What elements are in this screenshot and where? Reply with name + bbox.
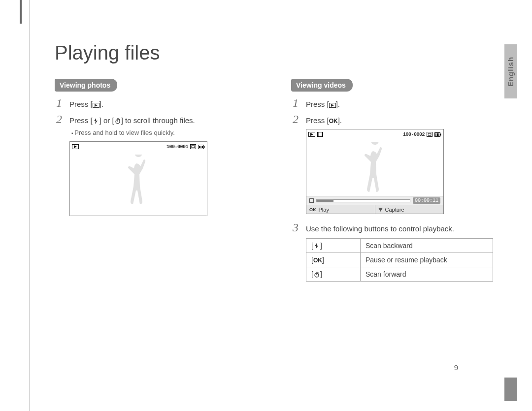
- video-file-icon: [317, 132, 323, 137]
- battery-icon: [434, 132, 441, 137]
- svg-rect-6: [204, 146, 205, 148]
- svg-rect-19: [435, 133, 436, 136]
- table-row: [] Scan forward: [306, 267, 493, 282]
- ok-label: OK: [309, 207, 316, 212]
- svg-rect-21: [438, 133, 439, 136]
- lcd-body: [306, 139, 443, 196]
- bottom-label-capture: Capture: [385, 207, 404, 213]
- svg-rect-3: [191, 145, 196, 149]
- text-fragment: Press [: [69, 116, 93, 125]
- bottom-label-play: Play: [319, 207, 329, 213]
- table-row: [OK] Pause or resume playback: [306, 253, 493, 267]
- flash-icon: [313, 243, 320, 249]
- progress-fill: [317, 200, 333, 202]
- playback-icon: [308, 132, 315, 137]
- text-fragment: ].: [336, 100, 340, 108]
- svg-rect-14: [322, 132, 323, 137]
- manual-page: Playing files Viewing photos 1 Press [].…: [30, 0, 517, 411]
- key-cell: []: [306, 267, 361, 282]
- stop-icon: [309, 198, 314, 203]
- text-fragment: Press [: [306, 116, 329, 125]
- step-note: Press and hold to view files quickly.: [71, 129, 271, 136]
- ok-label: OK: [313, 257, 322, 264]
- table-row: [] Scan backward: [306, 239, 493, 253]
- step-number: 1: [291, 96, 300, 110]
- svg-rect-15: [427, 132, 432, 137]
- playback-icon: [72, 144, 79, 149]
- text-fragment: ].: [338, 116, 342, 125]
- person-silhouette: [119, 155, 158, 211]
- step-row: 2 Press [] or [] to scroll through files…: [55, 113, 271, 126]
- step-text: Use the following buttons to control pla…: [306, 223, 508, 234]
- column-photos: Viewing photos 1 Press []. 2 Press [] or…: [55, 79, 271, 282]
- column-videos: Viewing videos 1 Press []. 2 Press [OK].: [291, 79, 508, 282]
- content-columns: Viewing photos 1 Press []. 2 Press [] or…: [55, 79, 517, 282]
- svg-rect-13: [318, 132, 319, 137]
- svg-rect-9: [202, 146, 203, 148]
- svg-rect-22: [310, 199, 314, 203]
- svg-rect-20: [437, 133, 438, 136]
- language-label: English: [507, 56, 515, 86]
- text-fragment: ] to scroll through files.: [121, 116, 195, 125]
- svg-rect-8: [200, 146, 201, 148]
- step-text: Press [].: [306, 99, 508, 109]
- lcd-topbar: 100-0001: [70, 142, 207, 152]
- file-counter: 100-0002: [403, 132, 425, 137]
- timer-icon: [114, 118, 121, 124]
- step-number: 3: [291, 221, 300, 234]
- down-arrow-icon: [378, 208, 383, 212]
- page-title: Playing files: [55, 42, 517, 64]
- playback-icon: [93, 102, 100, 108]
- progress-track: [316, 199, 410, 202]
- text-fragment: Press [: [69, 100, 93, 108]
- svg-rect-18: [440, 133, 441, 135]
- key-cell: [OK]: [306, 253, 361, 267]
- key-cell: []: [306, 239, 361, 253]
- step-text: Press [OK].: [306, 115, 508, 126]
- playback-controls-table: [] Scan backward [OK] Pause or resume pl…: [306, 238, 493, 282]
- lcd-screenshot-photo: 100-0001: [69, 141, 207, 216]
- svg-rect-16: [428, 133, 431, 135]
- page-number: 9: [454, 363, 458, 372]
- lcd-bottombar: OK Play Capture: [306, 205, 443, 214]
- section-heading-videos: Viewing videos: [291, 79, 353, 92]
- step-number: 2: [291, 113, 300, 126]
- lcd-screenshot-video: 100-0002 00:00:11 O: [306, 129, 444, 214]
- file-counter: 100-0001: [166, 144, 188, 150]
- step-number: 2: [55, 113, 64, 126]
- svg-rect-7: [199, 146, 200, 148]
- page-top-rule: [20, 0, 22, 24]
- action-cell: Pause or resume playback: [361, 253, 493, 267]
- flash-icon: [93, 118, 100, 124]
- text-fragment: Press [: [306, 100, 329, 108]
- language-tab: English: [504, 44, 517, 98]
- step-row: 1 Press [].: [55, 96, 271, 110]
- lcd-topbar: 100-0002: [306, 129, 443, 139]
- timecode: 00:00:11: [413, 197, 440, 204]
- step-text: Press [] or [] to scroll through files.: [69, 115, 271, 126]
- step-text: Press [].: [69, 99, 271, 109]
- step-number: 1: [55, 96, 64, 110]
- timer-icon: [313, 272, 320, 278]
- battery-icon: [198, 145, 205, 149]
- text-fragment: ].: [100, 100, 103, 108]
- step-row: 3 Use the following buttons to control p…: [291, 221, 508, 234]
- memory-icon: [190, 144, 196, 149]
- step-row: 1 Press [].: [291, 96, 508, 110]
- page-edge-marker: [504, 378, 517, 401]
- section-heading-photos: Viewing photos: [55, 79, 117, 92]
- memory-icon: [427, 132, 432, 137]
- ok-label: OK: [329, 118, 338, 125]
- action-cell: Scan backward: [361, 239, 493, 253]
- action-cell: Scan forward: [361, 267, 493, 282]
- lcd-body: [70, 152, 207, 216]
- playback-icon: [329, 102, 336, 108]
- text-fragment: ] or [: [100, 116, 114, 125]
- step-row: 2 Press [OK].: [291, 113, 508, 126]
- svg-rect-4: [192, 146, 195, 148]
- person-silhouette: [355, 142, 395, 199]
